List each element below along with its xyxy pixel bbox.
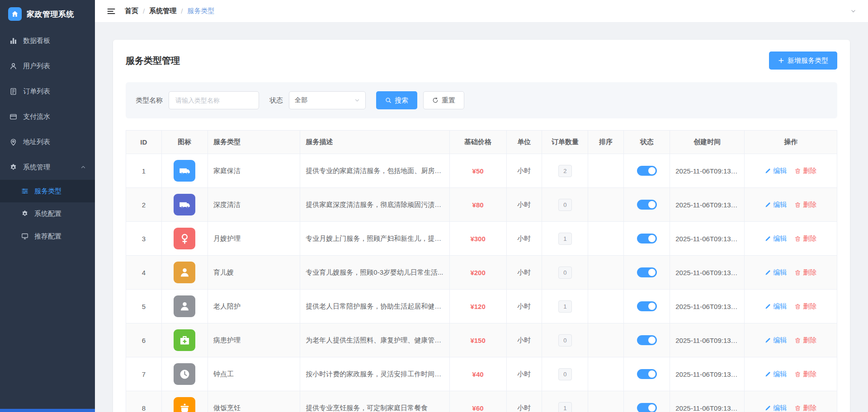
reset-button[interactable]: 重置 bbox=[423, 91, 464, 109]
trash-icon bbox=[795, 405, 801, 411]
cell-icon bbox=[161, 222, 208, 256]
column-header: 图标 bbox=[161, 131, 208, 154]
cell-sort bbox=[588, 256, 624, 290]
column-header: 排序 bbox=[588, 131, 624, 154]
delete-link[interactable]: 删除 bbox=[795, 302, 816, 311]
edit-link[interactable]: 编辑 bbox=[765, 167, 787, 175]
order-count-badge: 1 bbox=[558, 300, 572, 313]
cell-service-name: 深度清洁 bbox=[208, 188, 300, 222]
edit-icon bbox=[765, 270, 771, 276]
cell-sort bbox=[588, 391, 624, 412]
order-count-badge: 0 bbox=[558, 368, 572, 380]
cell-id: 3 bbox=[126, 222, 162, 256]
content-area: 服务类型管理 新增服务类型 类型名称 状态 全部 bbox=[95, 23, 868, 412]
cell-description: 提供家庭深度清洁服务，彻底清除顽固污渍和... bbox=[300, 188, 449, 222]
sidebar-item-system[interactable]: 系统管理 bbox=[0, 154, 95, 180]
column-header: 服务描述 bbox=[300, 131, 449, 154]
cell-description: 提供专业烹饪服务，可定制家庭日常餐食 bbox=[300, 391, 449, 412]
table-row: 3月嫂护理专业月嫂上门服务，照顾产妇和新生儿，提供...¥300小时12025-… bbox=[126, 222, 837, 256]
cell-description: 提供专业的家庭清洁服务，包括地面、厨房、... bbox=[300, 154, 449, 188]
cell-order-count: 1 bbox=[542, 222, 588, 256]
edit-icon bbox=[765, 304, 771, 309]
search-button[interactable]: 搜索 bbox=[376, 91, 417, 109]
sidebar-item-addresses[interactable]: 地址列表 bbox=[0, 129, 95, 154]
cell-created-time: 2025-11-06T09:13:06 bbox=[670, 357, 745, 391]
edit-link[interactable]: 编辑 bbox=[765, 234, 787, 243]
delete-link[interactable]: 删除 bbox=[795, 201, 816, 209]
status-toggle[interactable] bbox=[637, 403, 657, 412]
plus-icon bbox=[778, 57, 784, 64]
column-header: ID bbox=[126, 131, 162, 154]
sidebar-item-label: 地址列表 bbox=[23, 138, 50, 146]
cell-service-name: 育儿嫂 bbox=[208, 256, 300, 290]
cell-icon bbox=[161, 357, 208, 391]
female-icon bbox=[174, 228, 195, 249]
address-icon bbox=[9, 138, 17, 146]
cell-unit: 小时 bbox=[506, 222, 542, 256]
status-toggle[interactable] bbox=[637, 166, 657, 176]
status-toggle[interactable] bbox=[637, 335, 657, 345]
cell-actions: 编辑删除 bbox=[745, 256, 837, 290]
column-header: 基础价格 bbox=[449, 131, 506, 154]
status-toggle[interactable] bbox=[637, 267, 657, 277]
edit-link[interactable]: 编辑 bbox=[765, 404, 787, 412]
hamburger-menu-icon[interactable] bbox=[107, 7, 116, 16]
chevron-up-icon bbox=[80, 164, 86, 170]
cell-price: ¥40 bbox=[449, 357, 506, 391]
cell-sort bbox=[588, 188, 624, 222]
sidebar-item-users[interactable]: 用户列表 bbox=[0, 53, 95, 79]
status-toggle[interactable] bbox=[637, 369, 657, 379]
refresh-icon bbox=[432, 97, 439, 103]
status-select[interactable]: 全部 bbox=[289, 91, 366, 109]
cell-actions: 编辑删除 bbox=[745, 222, 837, 256]
cell-created-time: 2025-11-06T09:13:06 bbox=[670, 222, 745, 256]
cell-created-time: 2025-11-06T09:13:06 bbox=[670, 256, 745, 290]
status-toggle[interactable] bbox=[637, 301, 657, 311]
cell-status bbox=[624, 357, 670, 391]
cell-id: 1 bbox=[126, 154, 162, 188]
cell-created-time: 2025-11-06T09:13:06 bbox=[670, 391, 745, 412]
breadcrumb-home[interactable]: 首页 bbox=[125, 7, 138, 15]
cell-id: 7 bbox=[126, 357, 162, 391]
header-dropdown-caret-icon[interactable] bbox=[850, 8, 856, 14]
sidebar-item-label: 用户列表 bbox=[23, 62, 50, 70]
sidebar-subitem-service-type[interactable]: 服务类型 bbox=[0, 180, 95, 202]
edit-link[interactable]: 编辑 bbox=[765, 336, 787, 345]
delete-link[interactable]: 删除 bbox=[795, 268, 816, 277]
sidebar-item-payments[interactable]: 支付流水 bbox=[0, 104, 95, 129]
breadcrumb-system-management[interactable]: 系统管理 bbox=[149, 7, 176, 15]
status-toggle[interactable] bbox=[637, 234, 657, 243]
trash-icon bbox=[795, 371, 801, 377]
cell-service-name: 家庭保洁 bbox=[208, 154, 300, 188]
edit-link[interactable]: 编辑 bbox=[765, 302, 787, 311]
cell-icon bbox=[161, 188, 208, 222]
sidebar-submenu: 服务类型系统配置推荐配置 bbox=[0, 180, 95, 248]
table-body: 1家庭保洁提供专业的家庭清洁服务，包括地面、厨房、...¥50小时22025-1… bbox=[126, 154, 837, 412]
edit-link[interactable]: 编辑 bbox=[765, 370, 787, 379]
status-toggle[interactable] bbox=[637, 200, 657, 210]
topbar: 首页 / 系统管理 / 服务类型 bbox=[95, 0, 868, 23]
delete-link[interactable]: 删除 bbox=[795, 370, 816, 379]
breadcrumb: 首页 / 系统管理 / 服务类型 bbox=[125, 7, 214, 15]
cell-icon bbox=[161, 391, 208, 412]
cell-order-count: 0 bbox=[542, 357, 588, 391]
edit-link[interactable]: 编辑 bbox=[765, 268, 787, 277]
delete-link[interactable]: 删除 bbox=[795, 167, 816, 175]
cell-id: 8 bbox=[126, 391, 162, 412]
delete-link[interactable]: 删除 bbox=[795, 336, 816, 345]
cell-id: 5 bbox=[126, 290, 162, 323]
sidebar-item-dashboard[interactable]: 数据看板 bbox=[0, 28, 95, 53]
cell-order-count: 1 bbox=[542, 391, 588, 412]
sidebar-subitem-recommend-config[interactable]: 推荐配置 bbox=[0, 225, 95, 248]
order-count-badge: 2 bbox=[558, 165, 572, 177]
delete-link[interactable]: 删除 bbox=[795, 234, 816, 243]
sidebar-item-orders[interactable]: 订单列表 bbox=[0, 79, 95, 104]
type-name-input[interactable] bbox=[169, 91, 259, 109]
add-service-type-label: 新增服务类型 bbox=[788, 56, 828, 65]
sidebar-subitem-system-config[interactable]: 系统配置 bbox=[0, 202, 95, 225]
delete-link[interactable]: 删除 bbox=[795, 404, 816, 412]
add-service-type-button[interactable]: 新增服务类型 bbox=[769, 52, 837, 70]
edit-link[interactable]: 编辑 bbox=[765, 201, 787, 209]
trash-icon bbox=[795, 236, 801, 242]
cell-created-time: 2025-11-06T09:13:06 bbox=[670, 188, 745, 222]
